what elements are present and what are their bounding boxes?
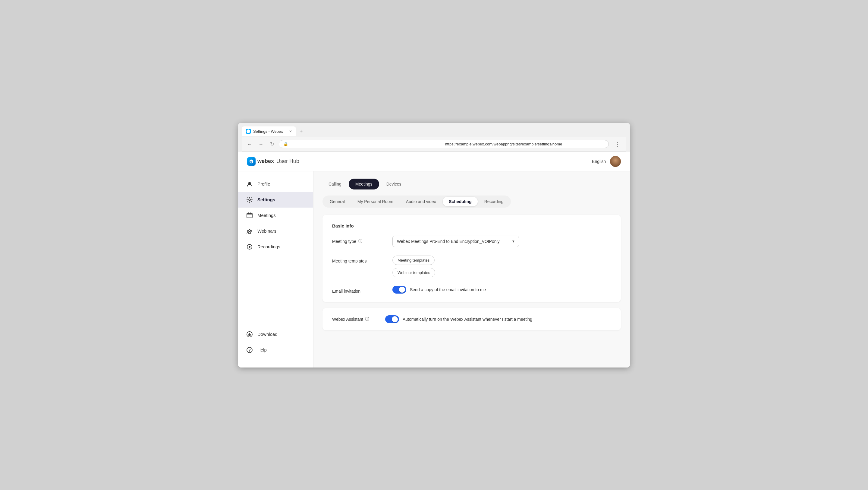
top-bar: W webex User Hub English: [238, 152, 630, 171]
meeting-templates-button[interactable]: Meeting templates: [393, 256, 435, 265]
assistant-toggle-thumb: [392, 316, 398, 322]
meeting-type-row: Meeting type ⓘ Webex Meetings Pro-End to…: [332, 236, 611, 247]
sidebar-item-webinars-label: Webinars: [257, 228, 276, 234]
sidebar-item-meetings-label: Meetings: [257, 213, 276, 218]
content-area: Calling Meetings Devices General My Pers…: [313, 171, 630, 368]
brand-logo-area: W webex User Hub: [247, 157, 299, 166]
email-invitation-label-col: Email invitation: [332, 286, 380, 294]
webex-assistant-toggle[interactable]: [385, 315, 399, 323]
address-bar[interactable]: 🔒 https://example.webex.com/webappng/sit…: [279, 140, 609, 148]
meeting-type-dropdown[interactable]: Webex Meetings Pro-End to End Encryption…: [393, 236, 519, 247]
sidebar-item-settings[interactable]: Settings: [238, 192, 313, 208]
tab-close-button[interactable]: ×: [289, 129, 292, 133]
email-invitation-row: Email invitation Send a copy of the e: [332, 286, 611, 294]
sidebar: Profile Settings: [238, 171, 313, 368]
webinar-templates-button[interactable]: Webinar templates: [393, 268, 435, 277]
sidebar-item-recordings-label: Recordings: [257, 244, 280, 249]
url-text: https://example.webex.com/webappng/sites…: [445, 142, 604, 146]
sidebar-item-download[interactable]: Download: [238, 326, 313, 342]
main-tabs: Calling Meetings Devices: [322, 179, 621, 190]
email-invitation-toggle-row: Send a copy of the email invitation to m…: [393, 286, 611, 294]
brand-logo: W webex: [247, 157, 274, 166]
new-tab-button[interactable]: +: [297, 126, 305, 137]
email-invitation-label: Email invitation: [332, 289, 380, 294]
main-layout: Profile Settings: [238, 171, 630, 368]
lock-icon: 🔒: [283, 142, 443, 146]
sidebar-item-profile-label: Profile: [257, 181, 270, 186]
tab-devices[interactable]: Devices: [380, 179, 407, 189]
recordings-icon: [245, 242, 254, 251]
svg-rect-5: [247, 213, 252, 218]
sidebar-bottom: Download ? Help: [238, 326, 313, 363]
forward-button[interactable]: →: [257, 141, 265, 148]
meeting-type-info-icon[interactable]: ⓘ: [358, 239, 362, 244]
svg-point-8: [251, 231, 252, 232]
avatar-image: [610, 156, 621, 167]
meeting-templates-control: Meeting templates Webinar templates: [393, 256, 611, 277]
browser-toolbar: ← → ↻ 🔒 https://example.webex.com/webapp…: [242, 137, 626, 152]
assistant-row: Webex Assistant ⓘ Automatically turn on …: [332, 315, 611, 323]
webex-icon: W: [247, 157, 255, 166]
back-button[interactable]: ←: [245, 141, 254, 148]
svg-text:?: ?: [249, 348, 251, 352]
sidebar-nav: Profile Settings: [238, 176, 313, 255]
email-invitation-toggle[interactable]: [393, 286, 406, 294]
tab-meetings[interactable]: Meetings: [349, 179, 379, 190]
sub-tab-personal-room[interactable]: My Personal Room: [351, 197, 399, 206]
tab-calling[interactable]: Calling: [322, 179, 347, 189]
tab-favicon: [246, 129, 251, 134]
sidebar-item-recordings[interactable]: Recordings: [238, 239, 313, 255]
browser-chrome: Settings - Webex × + ← → ↻ 🔒 https://exa…: [238, 123, 630, 152]
help-icon: ?: [245, 346, 254, 354]
sidebar-item-settings-label: Settings: [257, 197, 275, 202]
webex-assistant-card: Webex Assistant ⓘ Automatically turn on …: [322, 308, 621, 330]
language-selector[interactable]: English: [592, 159, 606, 164]
meeting-type-value: Webex Meetings Pro-End to End Encryption…: [397, 239, 500, 244]
sub-tab-audio-video[interactable]: Audio and video: [400, 197, 442, 206]
webinars-icon: [245, 227, 254, 235]
app-content: W webex User Hub English: [238, 152, 630, 368]
profile-icon: [245, 180, 254, 188]
dropdown-chevron-icon: ▾: [513, 239, 515, 243]
svg-point-6: [249, 230, 250, 231]
toggle-thumb: [399, 287, 405, 293]
meeting-type-control: Webex Meetings Pro-End to End Encryption…: [393, 236, 611, 247]
brand-name: webex: [257, 158, 274, 165]
meetings-icon: [245, 211, 254, 220]
sidebar-item-help[interactable]: ? Help: [238, 342, 313, 358]
email-invitation-control: Send a copy of the email invitation to m…: [393, 286, 611, 294]
browser-menu-button[interactable]: ⋮: [612, 139, 623, 149]
svg-point-3: [248, 182, 251, 184]
meeting-templates-label: Meeting templates: [332, 259, 380, 263]
meeting-type-label-col: Meeting type ⓘ: [332, 236, 380, 244]
download-icon: [245, 330, 254, 339]
meeting-type-label: Meeting type ⓘ: [332, 239, 380, 244]
sub-tab-scheduling[interactable]: Scheduling: [443, 197, 477, 206]
sub-tab-recording[interactable]: Recording: [478, 197, 510, 206]
browser-tabs: Settings - Webex × +: [242, 126, 626, 137]
sidebar-item-help-label: Help: [257, 347, 267, 352]
webex-assistant-label: Webex Assistant ⓘ: [332, 317, 380, 322]
refresh-button[interactable]: ↻: [268, 141, 276, 148]
brand-subtitle: User Hub: [276, 158, 299, 165]
section-title-basic-info: Basic Info: [332, 223, 611, 228]
tab-title: Settings - Webex: [253, 129, 283, 134]
avatar[interactable]: [610, 156, 621, 167]
svg-point-4: [249, 199, 250, 201]
webex-assistant-description: Automatically turn on the Webex Assistan…: [403, 317, 532, 322]
webex-assistant-info-icon[interactable]: ⓘ: [365, 317, 369, 322]
sidebar-item-meetings[interactable]: Meetings: [238, 208, 313, 223]
sub-tab-general[interactable]: General: [324, 197, 351, 206]
sidebar-item-download-label: Download: [257, 332, 278, 337]
sidebar-item-webinars[interactable]: Webinars: [238, 223, 313, 239]
email-invitation-description: Send a copy of the email invitation to m…: [410, 287, 486, 292]
basic-info-card: Basic Info Meeting type ⓘ Webex Meetings…: [322, 215, 621, 302]
browser-window: Settings - Webex × + ← → ↻ 🔒 https://exa…: [238, 123, 630, 368]
top-bar-right: English: [592, 156, 621, 167]
assistant-control: Automatically turn on the Webex Assistan…: [385, 315, 532, 323]
settings-icon: [245, 196, 254, 204]
svg-point-0: [247, 129, 250, 133]
sidebar-item-profile[interactable]: Profile: [238, 176, 313, 192]
browser-tab-active[interactable]: Settings - Webex ×: [242, 126, 296, 136]
svg-point-7: [247, 231, 248, 232]
